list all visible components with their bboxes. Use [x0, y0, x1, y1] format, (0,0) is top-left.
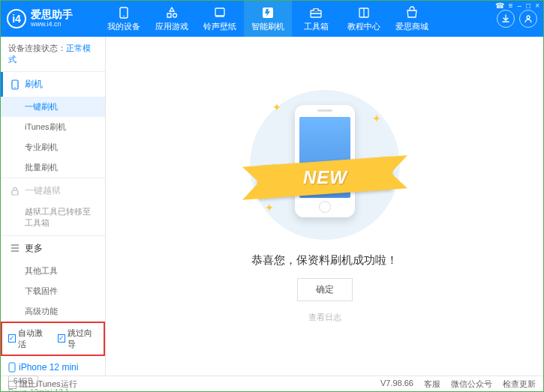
block-itunes-checkbox[interactable]: 阻止iTunes运行	[8, 379, 77, 390]
contact-icon[interactable]: ☎	[495, 1, 504, 10]
sidebar-item-flash-3[interactable]: 批量刷机	[1, 157, 105, 178]
nav-apps[interactable]: 应用游戏	[148, 1, 196, 37]
nav-shop[interactable]: 爱思商城	[388, 1, 436, 37]
titlebar: i4 爱思助手 www.i4.cn 我的设备应用游戏铃声壁纸智能刷机工具箱教程中…	[1, 1, 543, 37]
support-link[interactable]: 客服	[424, 379, 440, 390]
sidebar-section-more[interactable]: 更多	[1, 236, 105, 261]
wechat-link[interactable]: 微信公众号	[451, 379, 492, 390]
view-log-link[interactable]: 查看日志	[308, 312, 341, 323]
minimize-icon[interactable]: –	[518, 1, 522, 10]
device-icon	[117, 6, 131, 19]
nav-label: 爱思商城	[395, 21, 428, 32]
nav-label: 铃声壁纸	[203, 21, 236, 32]
sidebar-jailbreak-title: 一键越狱	[25, 184, 61, 197]
phone-icon	[8, 362, 16, 373]
sidebar-section-jailbreak[interactable]: 一键越狱	[1, 178, 105, 203]
device-icon	[10, 79, 20, 90]
nav-device[interactable]: 我的设备	[100, 1, 148, 37]
close-icon[interactable]: ×	[535, 1, 539, 10]
nav-toolbox[interactable]: 工具箱	[292, 1, 340, 37]
ok-button[interactable]: 确定	[297, 278, 353, 301]
ribbon-text: NEW	[302, 167, 347, 188]
svg-rect-2	[215, 8, 224, 16]
nav-music[interactable]: 铃声壁纸	[196, 1, 244, 37]
connection-label: 设备连接状态：	[8, 43, 66, 52]
skip-guide-checkbox[interactable]: ✓跳过向导	[58, 328, 98, 350]
nav-label: 智能刷机	[251, 21, 284, 32]
user-button[interactable]	[519, 10, 537, 28]
toolbox-icon	[309, 6, 323, 19]
apps-icon	[165, 6, 179, 19]
download-button[interactable]	[497, 10, 515, 28]
svg-point-8	[14, 87, 16, 88]
update-link[interactable]: 检查更新	[503, 379, 536, 390]
app-name: 爱思助手	[31, 9, 73, 20]
skip-guide-label: 跳过向导	[68, 328, 98, 350]
success-message: 恭喜您，保资料刷机成功啦！	[251, 253, 398, 268]
main-nav: 我的设备应用游戏铃声壁纸智能刷机工具箱教程中心爱思商城	[100, 1, 497, 37]
sidebar-section-flash[interactable]: 刷机	[1, 72, 105, 97]
sidebar-item-more-1[interactable]: 下载固件	[1, 281, 105, 301]
svg-point-1	[123, 15, 125, 16]
nav-label: 应用游戏	[155, 21, 188, 32]
sidebar-item-more-2[interactable]: 高级功能	[1, 301, 105, 322]
jailbreak-note: 越狱工具已转移至工具箱	[1, 203, 105, 235]
svg-rect-10	[9, 363, 15, 372]
auto-activate-label: 自动激活	[18, 328, 48, 350]
app-logo: i4 爱思助手 www.i4.cn	[7, 9, 100, 28]
music-icon	[213, 6, 227, 19]
version-label: V7.98.66	[380, 379, 413, 390]
nav-flash[interactable]: 智能刷机	[244, 1, 292, 37]
auto-activate-checkbox[interactable]: ✓自动激活	[8, 328, 49, 350]
device-name: iPhone 12 mini	[8, 362, 98, 373]
nav-book[interactable]: 教程中心	[340, 1, 388, 37]
menu-icon	[10, 243, 20, 253]
menu-icon[interactable]: ≡	[509, 1, 513, 10]
svg-point-6	[527, 16, 530, 19]
flash-icon	[261, 6, 275, 19]
sidebar: 设备连接状态：正常模式 刷机 一键刷机iTunes刷机专业刷机批量刷机 一键越狱…	[1, 37, 106, 376]
nav-label: 我的设备	[107, 21, 140, 32]
nav-label: 工具箱	[304, 21, 329, 32]
success-illustration: ✦ ✦ ✦ NEW	[250, 90, 400, 240]
main-content: ✦ ✦ ✦ NEW 恭喜您，保资料刷机成功啦！ 确定 查看日志	[106, 37, 543, 376]
sidebar-flash-title: 刷机	[25, 78, 43, 91]
book-icon	[357, 6, 371, 19]
options-row: ✓自动激活 ✓跳过向导	[1, 322, 105, 356]
connection-status: 设备连接状态：正常模式	[1, 37, 105, 71]
sidebar-item-flash-0[interactable]: 一键刷机	[1, 97, 105, 117]
logo-icon: i4	[7, 9, 26, 28]
sidebar-item-flash-1[interactable]: iTunes刷机	[1, 117, 105, 137]
nav-label: 教程中心	[347, 21, 380, 32]
shop-icon	[405, 6, 419, 19]
sidebar-more-title: 更多	[25, 242, 43, 255]
lock-icon	[10, 186, 20, 196]
app-url: www.i4.cn	[31, 21, 73, 28]
svg-rect-9	[12, 190, 18, 195]
sidebar-item-more-0[interactable]: 其他工具	[1, 261, 105, 281]
sidebar-item-flash-2[interactable]: 专业刷机	[1, 137, 105, 157]
maximize-icon[interactable]: □	[526, 1, 530, 10]
